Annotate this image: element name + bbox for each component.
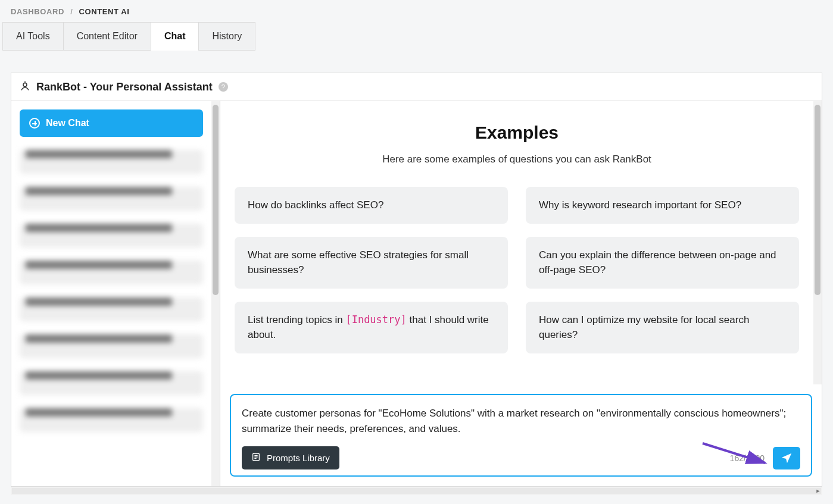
breadcrumb: DASHBOARD / CONTENT AI	[0, 0, 833, 22]
help-icon[interactable]: ?	[219, 82, 228, 92]
chat-history-item[interactable]	[20, 371, 203, 395]
document-icon	[251, 452, 261, 464]
panel-title: RankBot - Your Personal Assistant	[36, 81, 213, 93]
tabs-bar: AI Tools Content Editor Chat History	[2, 22, 822, 51]
new-chat-label: New Chat	[46, 118, 89, 129]
example-prompt[interactable]: What are some effective SEO strategies f…	[235, 237, 508, 289]
chat-content: Examples Here are some examples of quest…	[220, 101, 813, 384]
breadcrumb-separator: /	[67, 7, 76, 16]
chat-panel: RankBot - Your Personal Assistant ? New …	[11, 73, 822, 487]
chat-history-item[interactable]	[20, 187, 203, 211]
tab-history[interactable]: History	[198, 22, 255, 51]
chat-history-item[interactable]	[20, 261, 203, 284]
chat-history-item[interactable]	[20, 334, 203, 358]
example-prompt[interactable]: How can I optimize my website for local …	[526, 302, 799, 353]
chat-history-item[interactable]	[20, 408, 203, 432]
chat-history-item[interactable]	[20, 224, 203, 248]
content-scrollbar[interactable]	[813, 101, 822, 384]
send-button[interactable]	[773, 447, 800, 469]
tab-chat[interactable]: Chat	[151, 22, 199, 51]
rankbot-icon	[20, 80, 30, 93]
prompts-library-button[interactable]: Prompts Library	[242, 446, 339, 469]
char-counter: 162/2000	[730, 453, 765, 463]
composer: Prompts Library 162/2000	[230, 394, 812, 477]
examples-subheading: Here are some examples of questions you …	[235, 154, 799, 165]
breadcrumb-root[interactable]: DASHBOARD	[11, 7, 64, 16]
tab-ai-tools[interactable]: AI Tools	[2, 22, 64, 51]
chat-history-item[interactable]	[20, 298, 203, 321]
new-chat-button[interactable]: New Chat	[20, 109, 203, 137]
sidebar-scrollbar[interactable]	[211, 101, 220, 486]
prompt-input[interactable]	[242, 406, 800, 440]
example-prompt[interactable]: Can you explain the difference between o…	[526, 237, 799, 289]
example-variable: [Industry]	[345, 314, 406, 325]
example-prompt[interactable]: How do backlinks affect SEO?	[235, 187, 508, 224]
scroll-right-icon[interactable]: ►	[814, 487, 822, 494]
example-prompt[interactable]: Why is keyword research important for SE…	[526, 187, 799, 224]
chat-history-item[interactable]	[20, 150, 203, 174]
prompts-library-label: Prompts Library	[267, 453, 330, 463]
example-text: List trending topics in	[248, 314, 345, 325]
svg-point-0	[23, 83, 27, 87]
tab-content-editor[interactable]: Content Editor	[63, 22, 151, 51]
examples-heading: Examples	[235, 123, 799, 143]
chat-sidebar: New Chat	[11, 101, 211, 486]
example-prompt[interactable]: List trending topics in [Industry] that …	[235, 302, 508, 353]
horizontal-scrollbar[interactable]: ◄ ►	[11, 487, 822, 495]
send-icon	[780, 452, 793, 465]
breadcrumb-current: CONTENT AI	[79, 7, 130, 16]
plus-icon	[29, 118, 40, 129]
panel-header: RankBot - Your Personal Assistant ?	[11, 73, 822, 101]
